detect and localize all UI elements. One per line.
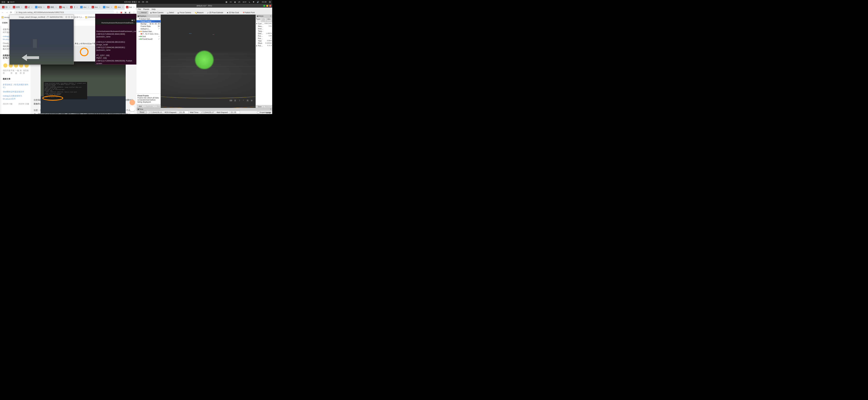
view-property[interactable]: Foc...0.05 — [256, 35, 272, 37]
year-stat[interactable]: 2021年 8篇 — [3, 102, 12, 105]
view-property[interactable]: ▸Foc...0; 0; 0 — [256, 44, 272, 47]
view-property[interactable]: Nea...0.01 — [256, 25, 272, 27]
tree-row[interactable]: ▸PointCloud2✓ — [136, 38, 161, 40]
browser-tab[interactable]: C便用× — [11, 4, 24, 10]
ime-lang[interactable]: 英 — [234, 99, 237, 102]
browser-tab[interactable]: doc× — [79, 4, 90, 10]
view-property[interactable]: ▾Curren...Orbit (rviz) — [256, 22, 272, 25]
browser-tab[interactable]: 欧拉× — [34, 4, 46, 10]
tree-row[interactable]: Backgrou...■ 48; 48; 48 — [136, 23, 161, 25]
menu-icon[interactable]: ⋮ — [133, 11, 135, 13]
tree-row[interactable]: Frame Rate30 — [136, 25, 161, 27]
dot-icon[interactable]: ° — [242, 99, 245, 102]
profile-icon[interactable]: ◐ — [128, 11, 131, 13]
tray-icon[interactable]: ▦ — [225, 1, 227, 3]
article-link[interactable]: Shell脚本定时器压缩文件 — [3, 90, 29, 94]
minimize-button[interactable] — [264, 5, 265, 7]
bookmark-star-icon[interactable]: ☆ — [116, 11, 118, 13]
power-icon[interactable]: ⏻ — [269, 1, 271, 3]
clock[interactable]: 4月24日 星期三 15：38：05 — [124, 1, 148, 3]
lang-en[interactable]: en ▾ — [243, 1, 246, 3]
maximize-button[interactable] — [266, 5, 268, 7]
tree-row[interactable]: ▾Global Opti... — [136, 18, 161, 20]
browser-tab[interactable]: C【× — [69, 4, 79, 10]
panel-close-icon[interactable]: × — [158, 15, 159, 17]
close-button[interactable] — [269, 5, 271, 7]
panel-close-icon[interactable]: × — [270, 15, 271, 17]
back-button[interactable]: ← — [1, 11, 4, 13]
add-button[interactable]: Add — [137, 105, 144, 108]
maximize-button[interactable] — [68, 16, 70, 18]
menu-panels[interactable]: Panels — [144, 8, 149, 10]
network-icon[interactable]: ⊾ — [249, 1, 250, 3]
extension-icon[interactable]: ▣ — [124, 11, 127, 13]
bookmark-item[interactable]: 📁原神WIKI — [85, 16, 96, 19]
reset-button[interactable]: Reset — [137, 111, 147, 114]
view-property[interactable]: Foc...✓ — [256, 37, 272, 39]
mascot-icon[interactable] — [129, 100, 135, 105]
tool-measure[interactable]: 📏Measure — [193, 11, 205, 14]
tool-interact[interactable]: ⬚Interact — [137, 11, 148, 14]
volume-icon[interactable]: 🔊 — [257, 1, 259, 3]
chart-icon[interactable] — [129, 106, 135, 112]
emoji-angry[interactable] — [3, 63, 7, 67]
article-link[interactable]: 多雷达标定（有/无共视区域均可） — [3, 83, 29, 90]
menu-help[interactable]: Help — [152, 8, 156, 10]
tree-row[interactable]: ▸Grid✓ — [136, 35, 161, 38]
tool-publish-point[interactable]: 📍Publish Point — [241, 11, 256, 14]
tool-select[interactable]: ▭Select — [165, 11, 176, 14]
displays-header[interactable]: ▣ Displays× — [136, 14, 161, 18]
site-info-icon[interactable]: ⊙ — [16, 11, 18, 13]
menu-file[interactable]: File — [138, 8, 141, 10]
extension-icon[interactable]: ▣ — [120, 11, 123, 13]
rviz-titlebar[interactable]: default.rviz* - RViz — [136, 4, 272, 8]
article-link[interactable]: rosbag点云数据保存为bin,ply,pcd文件 — [3, 94, 29, 101]
terminal-titlebar[interactable]: ▣ ⊡ /home/autoware/Autoware/install/auto… — [95, 19, 136, 25]
views-tree[interactable]: ▾Curren...Orbit (rviz)Nea...0.01Inve...T… — [256, 22, 272, 105]
browser-tab[interactable]: CAut× — [125, 4, 136, 10]
browser-tab[interactable]: Doc× — [101, 4, 113, 10]
browser-tab[interactable]: C无/× — [1, 4, 11, 10]
tool-move-camera[interactable]: ✥Move Camera — [149, 11, 165, 14]
view-property[interactable]: Inve... — [256, 27, 272, 30]
3d-viewport[interactable]: ⌨ 英 ☽ ° 简 ⚙ — [161, 14, 255, 109]
chrome-icon[interactable]: ◉ — [234, 1, 236, 3]
browser-tab[interactable]: 51doc× — [113, 4, 124, 10]
zero-button[interactable]: Zero — [266, 18, 272, 22]
view-type-select[interactable]: Orbit (rviz) — [261, 18, 266, 22]
chat-icon[interactable] — [129, 112, 135, 114]
tray-icon[interactable]: ••• — [230, 1, 232, 3]
bookmark-item[interactable]: 📁Anime — [1, 16, 10, 19]
view-property[interactable]: Dist...1.46974 — [256, 32, 272, 35]
gear-icon[interactable]: ⚙ — [250, 99, 253, 102]
tree-row[interactable]: Fixed Fr...No tf data. Actu... — [136, 33, 161, 35]
view-property[interactable]: Pitch0.100204 — [256, 42, 272, 44]
moon-icon[interactable]: ☽ — [238, 99, 241, 102]
ime-simp[interactable]: 简 — [246, 99, 249, 102]
keyboard-icon[interactable]: ⌨ — [229, 99, 232, 102]
view-property[interactable]: Targ... — [256, 30, 272, 32]
activities[interactable]: 活动 — [1, 1, 5, 3]
reload-button[interactable]: ⟳ — [10, 11, 12, 13]
tree-row[interactable]: Fixed Framerslidar — [136, 20, 161, 23]
camera-image[interactable] — [9, 19, 73, 65]
minimize-button[interactable] — [65, 16, 67, 18]
browser-tab[interactable]: C记× — [24, 4, 34, 10]
tool-2d-pose-estimate[interactable]: ↗2D Pose Estimate — [205, 11, 225, 14]
year-stat[interactable]: 2020年 22篇 — [19, 102, 29, 105]
bluetooth-icon[interactable]: ✱ — [253, 1, 254, 3]
panel-close-icon[interactable]: × — [270, 108, 271, 110]
terminal-window[interactable]: ▣ ⊡ /home/autoware/Autoware/install/auto… — [95, 14, 136, 65]
app-indicator[interactable]: ◧ rviz ▾ — [8, 1, 14, 3]
browser-tab[interactable]: Cdoc× — [90, 4, 101, 10]
browser-tab[interactable]: Cleg× — [58, 4, 69, 10]
close-button[interactable] — [71, 16, 73, 18]
displays-tree[interactable]: ▾Global Opti...Fixed FramerslidarBackgro… — [136, 18, 161, 93]
lang-zh[interactable]: zh — [238, 1, 241, 3]
tool-2d-nav-goal[interactable]: ⚑2D Nav Goal — [225, 11, 241, 14]
forward-button[interactable]: → — [5, 11, 8, 13]
browser-tab[interactable]: C相机× — [46, 4, 58, 10]
window-titlebar[interactable]: image_view2 [/image_rectified]（于 3a93418… — [9, 15, 73, 19]
tree-row[interactable]: ▸Global Stat... — [136, 30, 161, 33]
tool-focus-camera[interactable]: ⊕Focus Camera — [176, 11, 193, 14]
